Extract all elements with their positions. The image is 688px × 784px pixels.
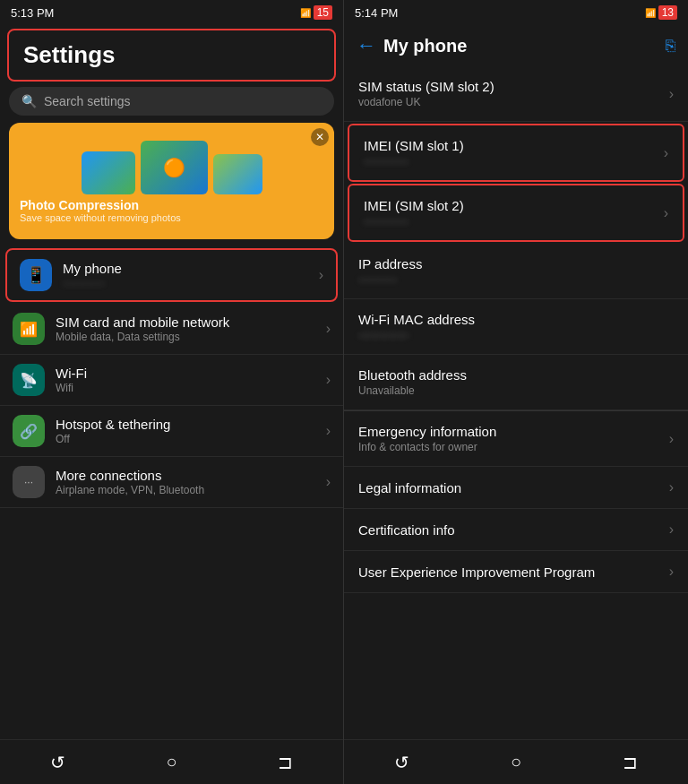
bluetooth-title: Bluetooth address bbox=[358, 367, 674, 383]
imei-2-content: IMEI (SIM slot 2) ··············· bbox=[364, 198, 664, 228]
right-page-title: My phone bbox=[383, 36, 666, 56]
wifi-mac-title: Wi-Fi MAC address bbox=[358, 312, 674, 327]
promo-image-3 bbox=[213, 154, 262, 194]
search-placeholder: Search settings bbox=[44, 94, 131, 108]
wifi-content: Wi-Fi Wifi bbox=[56, 366, 326, 394]
signal-icon: 📶 bbox=[300, 8, 311, 18]
more-connections-title: More connections bbox=[56, 468, 326, 483]
right-item-ip: IP address ············· bbox=[344, 244, 688, 299]
wifi-subtitle: Wifi bbox=[56, 382, 326, 394]
promo-text: Photo Compression Save space without rem… bbox=[9, 194, 334, 228]
settings-item-my-phone[interactable]: 📱 My phone ·············· › bbox=[5, 248, 338, 302]
hotspot-title: Hotspot & tethering bbox=[56, 417, 326, 432]
wifi-mac-subtitle: ··:··:··:··:··:·· bbox=[358, 329, 674, 341]
sim-status-title: SIM status (SIM slot 2) bbox=[358, 79, 669, 94]
settings-item-wifi[interactable]: 📡 Wi-Fi Wifi › bbox=[0, 355, 343, 406]
certification-chevron: › bbox=[669, 521, 674, 538]
right-signal-icon: 📶 bbox=[645, 8, 656, 18]
left-nav-recent[interactable]: ⊐ bbox=[260, 745, 311, 780]
hotspot-icon: 🔗 bbox=[13, 415, 45, 447]
bluetooth-subtitle: Unavailable bbox=[358, 384, 674, 397]
my-phone-title: My phone bbox=[63, 261, 319, 276]
wifi-title: Wi-Fi bbox=[56, 366, 326, 381]
right-item-ux-program[interactable]: User Experience Improvement Program › bbox=[344, 551, 688, 593]
right-item-legal[interactable]: Legal information › bbox=[344, 467, 688, 509]
imei-2-subtitle: ··············· bbox=[364, 215, 664, 228]
ux-program-content: User Experience Improvement Program bbox=[358, 564, 669, 580]
back-button[interactable]: ← bbox=[357, 34, 376, 57]
right-battery-icon: 13 bbox=[658, 5, 677, 20]
search-icon: 🔍 bbox=[22, 94, 37, 108]
right-item-imei-2[interactable]: IMEI (SIM slot 2) ··············· › bbox=[348, 184, 684, 242]
more-connections-subtitle: Airplane mode, VPN, Bluetooth bbox=[56, 484, 326, 496]
promo-subtitle: Save space without removing photos bbox=[20, 212, 323, 223]
right-item-emergency[interactable]: Emergency information Info & contacts fo… bbox=[344, 410, 688, 467]
right-nav-recent[interactable]: ⊐ bbox=[605, 745, 656, 780]
settings-header: Settings bbox=[7, 29, 336, 82]
imei-1-content: IMEI (SIM slot 1) ··············· bbox=[364, 138, 664, 168]
my-phone-content: My phone ·············· bbox=[63, 261, 319, 289]
more-connections-chevron: › bbox=[326, 474, 331, 490]
imei-2-chevron: › bbox=[664, 205, 668, 221]
sim-icon: 📶 bbox=[13, 313, 45, 345]
certification-title: Certification info bbox=[358, 522, 669, 538]
sim-status-subtitle: vodafone UK bbox=[358, 96, 669, 108]
right-item-sim-status[interactable]: SIM status (SIM slot 2) vodafone UK › bbox=[344, 66, 688, 122]
right-header: ← My phone ⎘ bbox=[344, 25, 688, 66]
wifi-mac-content: Wi-Fi MAC address ··:··:··:··:··:·· bbox=[358, 312, 674, 341]
promo-card[interactable]: ✕ 🟠 Photo Compression Save space without… bbox=[9, 123, 334, 239]
left-nav-bar: ↺ ○ ⊐ bbox=[0, 739, 343, 784]
imei-1-title: IMEI (SIM slot 1) bbox=[364, 138, 664, 153]
sim-content: SIM card and mobile network Mobile data,… bbox=[56, 314, 326, 343]
right-status-bar: 5:14 PM 📶 13 bbox=[344, 0, 688, 25]
left-nav-back[interactable]: ↺ bbox=[32, 745, 83, 780]
settings-item-more-connections[interactable]: ··· More connections Airplane mode, VPN,… bbox=[0, 457, 343, 508]
settings-item-sim[interactable]: 📶 SIM card and mobile network Mobile dat… bbox=[0, 304, 343, 355]
promo-image-1 bbox=[82, 151, 135, 194]
promo-images: 🟠 bbox=[9, 123, 334, 194]
settings-title: Settings bbox=[23, 41, 116, 68]
legal-title: Legal information bbox=[358, 480, 669, 495]
ip-title: IP address bbox=[358, 256, 674, 271]
right-status-icons: 📶 13 bbox=[645, 5, 677, 20]
imei-1-subtitle: ··············· bbox=[364, 155, 664, 168]
right-item-wifi-mac: Wi-Fi MAC address ··:··:··:··:··:·· bbox=[344, 299, 688, 355]
certification-content: Certification info bbox=[358, 522, 669, 538]
right-nav-back[interactable]: ↺ bbox=[376, 745, 427, 780]
promo-center-icon: 🟠 bbox=[163, 157, 185, 178]
imei-2-title: IMEI (SIM slot 2) bbox=[364, 198, 664, 213]
imei-1-chevron: › bbox=[664, 145, 668, 161]
left-nav-home[interactable]: ○ bbox=[148, 745, 194, 780]
promo-close-button[interactable]: ✕ bbox=[311, 128, 329, 146]
emergency-content: Emergency information Info & contacts fo… bbox=[358, 424, 669, 453]
right-list: SIM status (SIM slot 2) vodafone UK › IM… bbox=[344, 66, 688, 739]
my-phone-chevron: › bbox=[319, 267, 323, 283]
sim-chevron: › bbox=[326, 321, 331, 337]
settings-list: 📱 My phone ·············· › 📶 SIM card a… bbox=[0, 246, 343, 739]
ip-subtitle: ············· bbox=[358, 273, 674, 286]
ux-program-chevron: › bbox=[669, 564, 674, 580]
sim-title: SIM card and mobile network bbox=[56, 314, 326, 330]
sim-status-content: SIM status (SIM slot 2) vodafone UK bbox=[358, 79, 669, 108]
left-status-time: 5:13 PM bbox=[11, 6, 54, 20]
left-panel: 5:13 PM 📶 15 Settings 🔍 Search settings … bbox=[0, 0, 344, 784]
promo-title: Photo Compression bbox=[20, 198, 323, 212]
search-bar[interactable]: 🔍 Search settings bbox=[9, 87, 334, 116]
legal-content: Legal information bbox=[358, 480, 669, 495]
right-nav-home[interactable]: ○ bbox=[493, 745, 539, 780]
ux-program-title: User Experience Improvement Program bbox=[358, 564, 669, 580]
promo-image-2: 🟠 bbox=[141, 141, 208, 194]
hotspot-chevron: › bbox=[326, 423, 331, 439]
emergency-chevron: › bbox=[669, 431, 674, 447]
my-phone-subtitle: ·············· bbox=[63, 277, 319, 289]
right-item-imei-1[interactable]: IMEI (SIM slot 1) ··············· › bbox=[348, 124, 684, 182]
sim-subtitle: Mobile data, Data settings bbox=[56, 331, 326, 343]
ip-content: IP address ············· bbox=[358, 256, 674, 286]
settings-item-hotspot[interactable]: 🔗 Hotspot & tethering Off › bbox=[0, 406, 343, 457]
share-button[interactable]: ⎘ bbox=[666, 37, 675, 56]
right-item-certification[interactable]: Certification info › bbox=[344, 509, 688, 551]
wifi-icon: 📡 bbox=[13, 364, 45, 396]
battery-icon: 15 bbox=[314, 5, 332, 20]
legal-chevron: › bbox=[669, 479, 674, 495]
wifi-chevron: › bbox=[326, 372, 331, 388]
